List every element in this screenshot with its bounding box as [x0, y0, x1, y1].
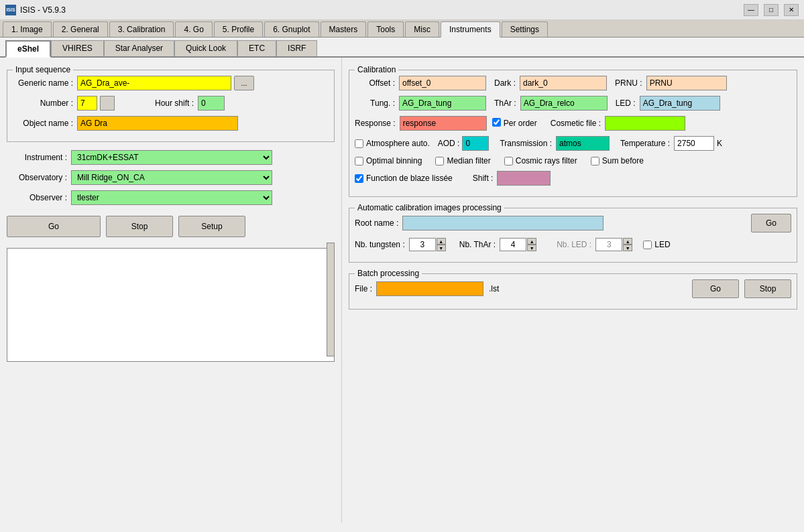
- subtab-eshel[interactable]: eShel: [5, 40, 51, 58]
- nb-tungsten-label: Nb. tungsten :: [355, 240, 405, 249]
- optimal-binning-checkbox[interactable]: [355, 157, 363, 165]
- nb-thar-up[interactable]: ▲: [527, 238, 536, 245]
- window-title: ISIS - V5.9.3: [20, 5, 744, 15]
- subtab-etc[interactable]: ETC: [237, 40, 276, 56]
- per-order-checkbox[interactable]: [492, 118, 501, 127]
- setup-button[interactable]: Setup: [178, 216, 245, 237]
- tab-calibration[interactable]: 3. Calibration: [109, 21, 174, 37]
- number-input[interactable]: [77, 96, 97, 111]
- observatory-select[interactable]: Mill Ridge_ON_CA: [71, 170, 272, 185]
- nb-tungsten-up[interactable]: ▲: [437, 238, 446, 245]
- prnu-input[interactable]: [646, 76, 727, 90]
- nb-tungsten-input[interactable]: [409, 238, 436, 251]
- nb-tungsten-btns: ▲ ▼: [437, 238, 446, 251]
- stop-button[interactable]: Stop: [106, 216, 173, 237]
- led-input[interactable]: [640, 96, 720, 111]
- subtab-vhires[interactable]: VHIRES: [51, 40, 104, 56]
- calibration-row1: Offset : Dark : PRNU :: [355, 76, 791, 90]
- temperature-input[interactable]: [674, 136, 714, 151]
- tab-instruments[interactable]: Instruments: [441, 21, 500, 38]
- subtab-quick-look[interactable]: Quick Look: [174, 40, 237, 56]
- median-filter-checkbox[interactable]: [435, 157, 444, 165]
- browse-button[interactable]: ...: [234, 76, 254, 90]
- generic-name-input[interactable]: [77, 76, 231, 90]
- object-name-input[interactable]: [77, 116, 238, 131]
- cosmetic-file-label: Cosmetic file :: [551, 119, 601, 128]
- nb-row: Nb. tungsten : ▲ ▼ Nb. ThAr : ▲ ▼: [355, 238, 791, 251]
- function-blaze-checkbox[interactable]: [355, 174, 363, 183]
- tab-go[interactable]: 4. Go: [175, 21, 212, 37]
- led-checkbox[interactable]: [643, 241, 652, 249]
- cosmic-rays-filter-checkbox[interactable]: [504, 157, 513, 165]
- nb-tungsten-down[interactable]: ▼: [437, 245, 446, 251]
- number-spinner[interactable]: [100, 96, 115, 111]
- nb-led-input[interactable]: [595, 238, 622, 251]
- calibration-row5: Optimal binning Median filter Cosmic ray…: [355, 156, 791, 165]
- tab-profile[interactable]: 5. Profile: [214, 21, 263, 37]
- nb-thar-down[interactable]: ▼: [527, 245, 536, 251]
- tab-image[interactable]: 1. Image: [3, 21, 52, 37]
- close-button[interactable]: ✕: [784, 4, 799, 16]
- minimize-button[interactable]: —: [744, 4, 758, 16]
- tab-masters[interactable]: Masters: [321, 21, 367, 37]
- input-sequence-title: Input sequence: [13, 65, 73, 74]
- root-name-input[interactable]: [402, 216, 604, 230]
- nb-led-down[interactable]: ▼: [623, 245, 632, 251]
- function-blaze-label: Function de blaze lissée: [366, 174, 453, 183]
- led-checkbox-label: LED: [654, 240, 670, 249]
- batch-file-input[interactable]: [376, 281, 483, 296]
- batch-go-button[interactable]: Go: [692, 279, 739, 298]
- nb-led-btns: ▲ ▼: [623, 238, 632, 251]
- response-label: Response :: [355, 119, 396, 128]
- tung-input[interactable]: [399, 96, 486, 111]
- shift-input[interactable]: [497, 171, 551, 186]
- input-sequence-group: Input sequence Generic name : ... Number…: [7, 70, 335, 142]
- batch-stop-button[interactable]: Stop: [744, 279, 791, 298]
- nb-tungsten-spinner: ▲ ▼: [409, 238, 446, 251]
- temperature-unit: K: [717, 139, 722, 148]
- sum-before-checkbox[interactable]: [591, 157, 599, 165]
- log-scrollbar[interactable]: [327, 243, 335, 356]
- batch-file-label: File :: [355, 284, 372, 293]
- median-filter-label: Median filter: [447, 156, 490, 165]
- tab-settings[interactable]: Settings: [502, 21, 548, 37]
- tab-general[interactable]: 2. General: [53, 21, 108, 37]
- aod-label: AOD :: [438, 139, 460, 148]
- batch-row: File : .lst Go Stop: [355, 279, 791, 298]
- nb-led-spinner: ▲ ▼: [595, 238, 632, 251]
- sum-before-label: Sum before: [602, 156, 644, 165]
- nb-led-label: Nb. LED :: [557, 240, 591, 249]
- optimal-binning-label: Optimal binning: [366, 156, 422, 165]
- nb-thar-btns: ▲ ▼: [527, 238, 536, 251]
- auto-go-button[interactable]: Go: [751, 214, 791, 232]
- auto-calibration-title: Automatic calibration images processing: [355, 203, 504, 212]
- restore-button[interactable]: □: [764, 4, 779, 16]
- nb-thar-input[interactable]: [500, 238, 526, 251]
- dark-input[interactable]: [520, 76, 607, 90]
- subtab-star-analyser[interactable]: Star Analyser: [104, 40, 174, 56]
- subtab-isrf[interactable]: ISRF: [276, 40, 317, 56]
- instrument-select[interactable]: 31cmDK+ESSAT: [71, 150, 272, 165]
- transmission-label: Transmission :: [500, 139, 552, 148]
- transmission-input[interactable]: [556, 136, 610, 151]
- aod-input[interactable]: [462, 136, 489, 151]
- instrument-label: Instrument :: [7, 153, 67, 162]
- generic-name-label: Generic name :: [13, 78, 73, 88]
- thar-input[interactable]: [520, 96, 608, 111]
- cosmetic-file-input[interactable]: [605, 116, 685, 131]
- go-button[interactable]: Go: [7, 216, 101, 237]
- offset-label: Offset :: [355, 78, 395, 88]
- tab-gnuplot[interactable]: 6. Gnuplot: [264, 21, 319, 37]
- tab-misc[interactable]: Misc: [405, 21, 439, 37]
- observer-select[interactable]: tlester: [71, 190, 272, 205]
- window-controls: — □ ✕: [744, 4, 799, 16]
- tab-tools[interactable]: Tools: [367, 21, 404, 37]
- offset-input[interactable]: [399, 76, 486, 90]
- thar-label: ThAr :: [494, 98, 516, 108]
- response-input[interactable]: [400, 116, 487, 131]
- hour-shift-input[interactable]: [198, 96, 225, 111]
- log-textarea[interactable]: [7, 248, 335, 362]
- atmosphere-auto-checkbox[interactable]: [355, 139, 363, 148]
- nb-led-up[interactable]: ▲: [623, 238, 632, 245]
- nb-thar-label: Nb. ThAr :: [459, 240, 496, 249]
